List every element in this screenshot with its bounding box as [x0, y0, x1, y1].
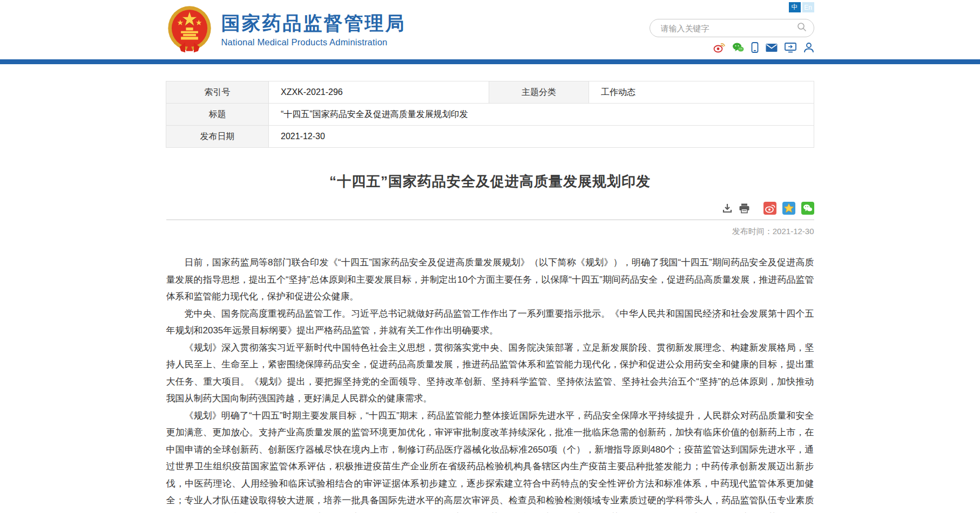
screen-icon[interactable]: [785, 42, 796, 53]
index-number-value: XZXK-2021-296: [269, 81, 489, 104]
topic-category-value: 工作动态: [589, 81, 814, 104]
lang-english-button[interactable]: En: [802, 2, 814, 12]
national-emblem-icon: [166, 5, 213, 54]
site-title: 国家药品监督管理局: [221, 12, 406, 35]
share-weibo-icon[interactable]: [763, 202, 776, 215]
article-title: “十四五”国家药品安全及促进高质量发展规划印发: [166, 172, 814, 191]
table-row: 发布日期 2021-12-30: [166, 126, 814, 148]
weibo-icon[interactable]: [713, 42, 725, 53]
article-paragraph: 《规划》明确了“十四五”时期主要发展目标，“十四五”期末，药品监管能力整体接近国…: [166, 407, 814, 513]
topic-category-label: 主题分类: [489, 81, 589, 104]
lang-chinese-button[interactable]: 中: [789, 2, 801, 12]
article-paragraph: 党中央、国务院高度重视药品监管工作。习近平总书记就做好药品监管工作作出了一系列重…: [166, 305, 814, 339]
table-row: 索引号 XZXK-2021-296 主题分类 工作动态: [166, 81, 814, 104]
email-icon[interactable]: [766, 43, 778, 52]
search-input[interactable]: [660, 23, 796, 33]
article-tools-row: [166, 202, 814, 220]
share-qzone-icon[interactable]: [782, 202, 795, 215]
article-body: 日前，国家药监局等8部门联合印发《“十四五”国家药品安全及促进高质量发展规划》（…: [166, 254, 814, 513]
site-logo[interactable]: 国家药品监督管理局 National Medical Products Admi…: [166, 0, 406, 54]
print-icon[interactable]: [739, 203, 750, 214]
wechat-icon[interactable]: [732, 42, 744, 53]
site-header: 国家药品监督管理局 National Medical Products Admi…: [0, 0, 980, 59]
social-icons-row: [713, 42, 814, 53]
user-icon[interactable]: [803, 42, 814, 53]
article-paragraph: 日前，国家药监局等8部门联合印发《“十四五”国家药品安全及促进高质量发展规划》（…: [166, 254, 814, 305]
title-value: “十四五”国家药品安全及促进高质量发展规划印发: [269, 104, 814, 126]
publish-date-label: 发布日期: [166, 126, 269, 148]
title-label: 标题: [166, 104, 269, 126]
header-divider-bar: [0, 59, 980, 64]
download-icon[interactable]: [722, 203, 733, 214]
share-wechat-icon[interactable]: [801, 202, 814, 215]
mobile-icon[interactable]: [751, 42, 759, 53]
index-number-label: 索引号: [166, 81, 269, 104]
publish-time: 发布时间：2021-12-30: [166, 227, 814, 237]
table-row: 标题 “十四五”国家药品安全及促进高质量发展规划印发: [166, 104, 814, 126]
search-icon[interactable]: [796, 22, 807, 35]
article-paragraph: 《规划》深入贯彻落实习近平新时代中国特色社会主义思想，贯彻落实党中央、国务院决策…: [166, 339, 814, 407]
document-info-table: 索引号 XZXK-2021-296 主题分类 工作动态 标题 “十四五”国家药品…: [166, 81, 814, 148]
site-subtitle: National Medical Products Administration: [221, 37, 406, 47]
language-switch: 中 En: [789, 2, 814, 12]
search-box[interactable]: [650, 19, 814, 37]
publish-date-value: 2021-12-30: [269, 126, 814, 148]
